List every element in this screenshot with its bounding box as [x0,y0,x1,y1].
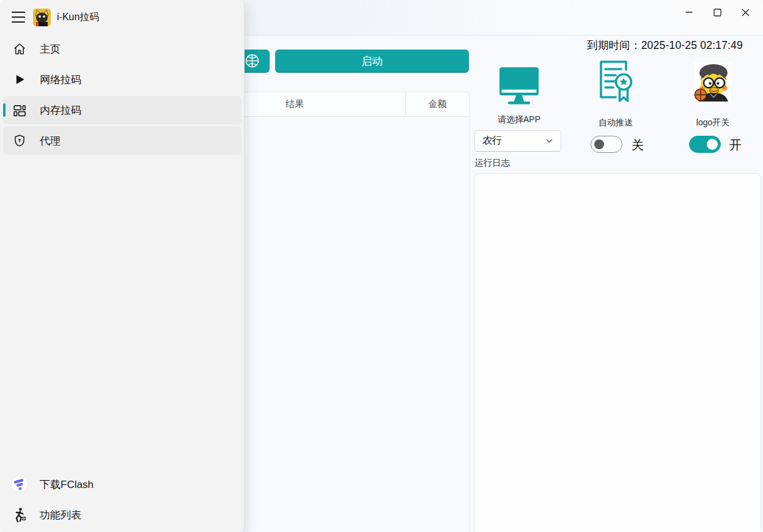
maximize-icon [713,9,721,17]
hamburger-menu-button[interactable] [6,6,31,29]
auto-push-toggle[interactable] [591,136,622,153]
fclash-icon [11,476,28,493]
app-title: i-Kun拉码 [57,11,99,24]
sidebar-item-home[interactable]: 主页 [3,35,241,63]
logo-switch-toggle[interactable] [689,136,721,153]
certificate-icon [597,59,635,105]
app-select-caption: 请选择APP [487,114,551,125]
app-select-value: 农行 [482,135,545,147]
auto-push-state-label: 关 [632,137,644,153]
selection-indicator [3,103,6,117]
column-header-amount[interactable]: 金额 [405,92,469,116]
sidebar-item-label: 代理 [40,134,61,148]
sidebar-item-label: 网络拉码 [40,73,81,87]
sidebar-item-label: 内存拉码 [40,103,81,117]
sidebar-item-label: 功能列表 [40,508,81,522]
sidebar-header: i-Kun拉码 [0,0,244,34]
sidebar-item-label: 下载FClash [40,478,94,492]
basketball-player-icon [11,506,28,523]
sidebar-item-label: 主页 [40,42,61,56]
sidebar-item-proxy[interactable]: 代理 [3,127,241,155]
close-icon [742,9,750,17]
run-log-label: 运行日志 [474,157,510,169]
minimize-icon [685,9,693,16]
logo-switch-state-label: 开 [729,137,742,153]
maximize-button[interactable] [703,0,731,24]
play-icon [12,72,27,87]
expiry-value: 2025-10-25 02:17:49 [641,39,743,51]
toggle-knob [707,139,718,150]
caption-buttons [675,0,759,24]
navigation-drawer: i-Kun拉码 主页 网络拉码 [0,0,245,532]
ikun-avatar-image [695,62,731,102]
auto-push-caption: 自动推送 [585,117,646,128]
sidebar-item-download-fclash[interactable]: 下载FClash [3,470,241,498]
home-icon [12,42,27,56]
shield-icon [12,133,27,148]
run-log-output[interactable] [474,173,761,532]
app-select-dropdown[interactable]: 农行 [474,130,561,152]
sidebar-item-network[interactable]: 网络拉码 [3,65,241,94]
sidebar-item-memory[interactable]: 内存拉码 [3,96,241,124]
chevron-down-icon [545,137,553,145]
hamburger-menu-icon [12,12,25,13]
minimize-button[interactable] [675,0,703,24]
sidebar-item-feature-list[interactable]: 功能列表 [3,501,241,529]
expiry-label: 到期时间： [587,39,641,51]
basketball-icon [244,53,260,69]
toggle-knob [594,139,604,149]
monitor-icon [498,66,540,106]
app-window: 到期时间：2025-10-25 02:17:49 启动 结果 金额 请选择APP… [0,0,763,532]
memory-grid-icon [12,103,27,117]
ikun-pikachu-app-icon [33,9,51,26]
expiry-time: 到期时间：2025-10-25 02:17:49 [587,38,743,53]
close-button[interactable] [731,0,759,24]
logo-switch-caption: logo开关 [682,117,743,128]
start-button[interactable]: 启动 [275,50,469,73]
